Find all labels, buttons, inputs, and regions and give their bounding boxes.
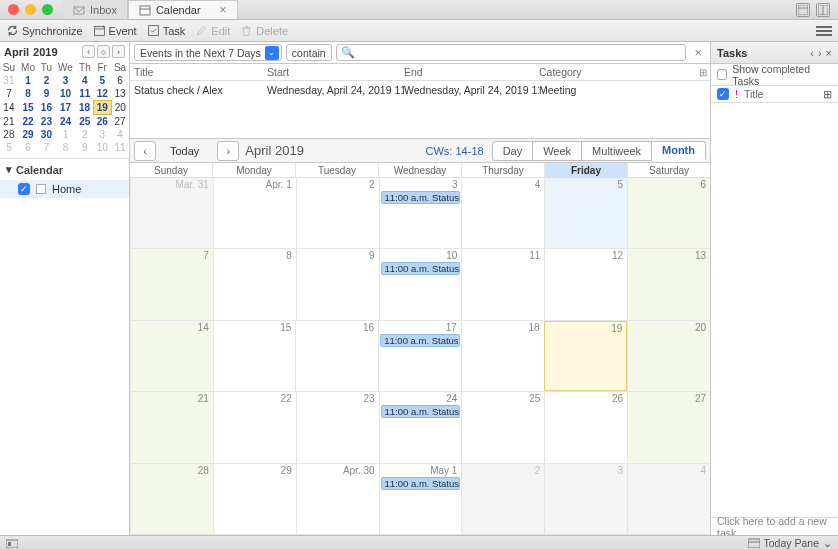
minical-day[interactable]: 30 (38, 128, 55, 141)
zoom-window-icon[interactable] (42, 4, 53, 15)
prev-period-icon[interactable]: ‹ (134, 141, 156, 161)
minical-day[interactable]: 8 (18, 87, 38, 101)
minical-day[interactable]: 7 (0, 87, 18, 101)
close-tab-icon[interactable]: × (220, 3, 227, 17)
minical-day[interactable]: 10 (55, 87, 77, 101)
minical-day[interactable]: 11 (111, 141, 129, 154)
priority-icon[interactable]: ! (735, 88, 738, 100)
minical-day[interactable]: 11 (76, 87, 93, 101)
month-day[interactable]: 28 (130, 464, 213, 534)
month-day[interactable]: 2411:00 a.m. Status … (379, 392, 462, 462)
month-day[interactable]: 6 (627, 178, 710, 248)
tasks-close-icon[interactable]: × (826, 47, 832, 59)
minical-day[interactable]: 20 (111, 101, 129, 115)
filter-scope-select[interactable]: Events in the Next 7 Days ⌄ (134, 44, 282, 61)
col-category[interactable]: Category (539, 66, 696, 78)
minical-day[interactable]: 8 (55, 141, 77, 154)
status-left-icon[interactable] (6, 538, 18, 548)
minical-day[interactable]: 7 (38, 141, 55, 154)
event-chip[interactable]: 11:00 a.m. Status … (381, 477, 461, 490)
month-day[interactable]: 3 (544, 464, 627, 534)
menu-icon[interactable] (816, 26, 832, 36)
minical-day[interactable]: 31 (0, 74, 18, 87)
minical-day[interactable]: 21 (0, 115, 18, 129)
event-chip[interactable]: 11:00 a.m. Status … (381, 191, 461, 204)
minical-day[interactable]: 17 (55, 101, 77, 115)
minical-day[interactable]: 3 (93, 128, 111, 141)
minical-day[interactable]: 1 (55, 128, 77, 141)
month-day[interactable]: Apr. 30 (296, 464, 379, 534)
month-day[interactable]: 23 (296, 392, 379, 462)
search-input[interactable] (336, 44, 687, 61)
month-day[interactable]: 5 (544, 178, 627, 248)
minical-day[interactable]: 12 (93, 87, 111, 101)
minical-day[interactable]: 16 (38, 101, 55, 115)
calendar-toggle-icon[interactable] (796, 3, 810, 17)
minical-day[interactable]: 2 (76, 128, 93, 141)
minical-day[interactable]: 24 (55, 115, 77, 129)
minical-day[interactable]: 9 (76, 141, 93, 154)
month-day[interactable]: 19 (544, 321, 628, 391)
tab-inbox[interactable]: Inbox (63, 0, 128, 19)
tasks-col-title[interactable]: Title (744, 88, 763, 100)
month-day[interactable]: 25 (461, 392, 544, 462)
month-day[interactable]: 8 (213, 249, 296, 319)
minical-day[interactable]: 3 (55, 74, 77, 87)
minical-day[interactable]: 23 (38, 115, 55, 129)
view-month[interactable]: Month (651, 141, 706, 161)
column-settings-icon[interactable]: ⊞ (823, 88, 832, 100)
minical-day[interactable]: 4 (76, 74, 93, 87)
minimize-window-icon[interactable] (25, 4, 36, 15)
col-title[interactable]: Title (130, 66, 267, 78)
event-chip[interactable]: 11:00 a.m. Status … (381, 262, 461, 275)
minical-day[interactable]: 1 (18, 74, 38, 87)
month-day[interactable]: 2 (461, 464, 544, 534)
month-day[interactable]: 12 (544, 249, 627, 319)
checkbox-checked-icon[interactable]: ✓ (18, 183, 30, 195)
month-day[interactable]: 27 (627, 392, 710, 462)
month-day[interactable]: 1711:00 a.m. Status … (378, 321, 461, 391)
clear-search-icon[interactable]: × (690, 45, 706, 60)
calendar-list-header[interactable]: ▾ Calendar (0, 159, 129, 180)
checkbox-checked-icon[interactable]: ✓ (717, 88, 729, 100)
tasks-next-icon[interactable]: › (818, 47, 822, 59)
today-pane-toggle[interactable]: Today Pane ⌄ (748, 537, 832, 549)
minical-day[interactable]: 13 (111, 87, 129, 101)
next-period-icon[interactable]: › (217, 141, 239, 161)
month-day[interactable]: 26 (544, 392, 627, 462)
month-day[interactable]: 20 (627, 321, 710, 391)
minical-day[interactable]: 6 (111, 74, 129, 87)
minical-day[interactable]: 26 (93, 115, 111, 129)
tasks-toggle-icon[interactable] (816, 3, 830, 17)
minical-day[interactable]: 18 (76, 101, 93, 115)
minical-day[interactable]: 5 (93, 74, 111, 87)
month-day[interactable]: 4 (627, 464, 710, 534)
month-day[interactable]: 16 (295, 321, 378, 391)
minical-day[interactable]: 9 (38, 87, 55, 101)
month-day[interactable]: 311:00 a.m. Status … (379, 178, 462, 248)
minical-day[interactable]: 10 (93, 141, 111, 154)
col-end[interactable]: End (404, 66, 539, 78)
month-day[interactable]: 22 (213, 392, 296, 462)
month-day[interactable]: 21 (130, 392, 213, 462)
new-task-button[interactable]: Task (147, 24, 186, 37)
minical-day[interactable]: 6 (18, 141, 38, 154)
month-day[interactable]: 4 (461, 178, 544, 248)
event-row[interactable]: Status check / AlexWednesday, April 24, … (130, 81, 710, 98)
month-day[interactable]: 2 (296, 178, 379, 248)
minical-day[interactable]: 25 (76, 115, 93, 129)
filter-op-select[interactable]: contain (286, 44, 332, 61)
month-day[interactable]: Apr. 1 (213, 178, 296, 248)
add-task-hint[interactable]: Click here to add a new task (711, 517, 838, 535)
minical-prev-icon[interactable]: ‹ (82, 45, 95, 58)
month-day[interactable]: 9 (296, 249, 379, 319)
view-week[interactable]: Week (532, 141, 582, 161)
col-start[interactable]: Start (267, 66, 404, 78)
view-day[interactable]: Day (492, 141, 534, 161)
show-completed-checkbox[interactable] (717, 69, 727, 80)
minical-today-icon[interactable]: ○ (97, 45, 110, 58)
close-window-icon[interactable] (8, 4, 19, 15)
event-chip[interactable]: 11:00 a.m. Status … (380, 334, 460, 347)
month-day[interactable]: 1011:00 a.m. Status … (379, 249, 462, 319)
mini-calendar[interactable]: SuMoTuWeThFrSa 3112345678910111213141516… (0, 61, 129, 154)
